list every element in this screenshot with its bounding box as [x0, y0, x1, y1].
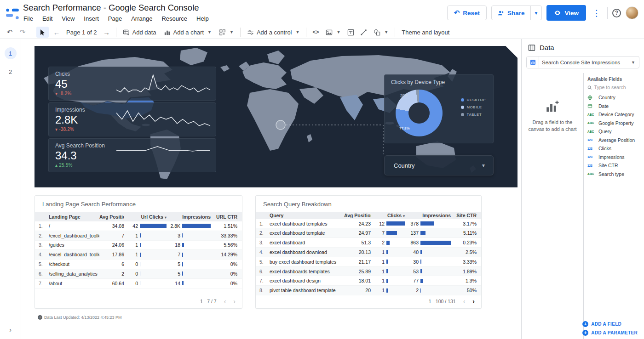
menu-file[interactable]: File	[23, 14, 37, 23]
shape-icon	[374, 29, 380, 36]
pagination-prev-icon[interactable]: ‹	[463, 298, 466, 305]
column-header[interactable]: Impressions	[405, 213, 451, 218]
field-device-category[interactable]: ABCDevice Category	[584, 110, 644, 119]
help-icon[interactable]: ?	[612, 9, 621, 17]
add-control-button[interactable]: Add a control ▼	[245, 29, 302, 36]
add-field-button[interactable]: + ADD A FIELD	[582, 321, 638, 327]
data-source-selector[interactable]: Search Console Site Impressions ▼	[526, 56, 639, 68]
theme-layout-button[interactable]: Theme and layout	[399, 29, 452, 36]
cell: buy excel dashboard templates	[270, 259, 344, 265]
map-section[interactable]: Clicks 45 ▾ -8.2% Impressions 2.8K ▾ -38…	[34, 46, 518, 187]
view-button[interactable]: View	[546, 5, 586, 21]
bar-cell: 3	[167, 233, 211, 238]
cell: 25.89	[344, 269, 371, 274]
redo-icon[interactable]: ↷	[17, 27, 28, 37]
cell: /excel_dashboard_toolkit_2...	[49, 233, 99, 238]
pagination-next-icon[interactable]: ›	[233, 298, 236, 305]
user-avatar[interactable]	[626, 6, 638, 19]
text-tool-icon[interactable]	[345, 27, 356, 37]
value-bar	[386, 241, 390, 245]
report-title[interactable]: Search Performance - Google Search Conso…	[23, 3, 213, 13]
field-google-property[interactable]: ABCGoogle Property	[584, 119, 644, 128]
field-name: Average Position	[598, 137, 635, 143]
menu-resource[interactable]: Resource	[157, 14, 191, 23]
add-data-button[interactable]: Add data	[121, 29, 159, 36]
donut-title: Clicks by Device Type	[385, 75, 493, 85]
prev-page-icon[interactable]: ←	[52, 27, 62, 37]
table-row: 6./selling_data_analytics2050%	[35, 269, 242, 279]
cell: 51.3	[344, 240, 371, 245]
menu-edit[interactable]: Edit	[38, 14, 57, 23]
legend-item: DESKTOP	[461, 98, 486, 102]
field-search-input[interactable]	[594, 85, 640, 90]
search-query-table[interactable]: Search Query Breakdown QueryAvg Position…	[255, 195, 482, 309]
bar-cell: 1	[371, 278, 405, 283]
page-thumb-2[interactable]: 2	[5, 66, 17, 78]
field-site-ctr[interactable]: 123Site CTR	[584, 161, 644, 170]
add-parameter-button[interactable]: + ADD A PARAMETER	[582, 330, 638, 336]
undo-icon[interactable]: ↶	[5, 27, 15, 37]
pagination-prev-icon[interactable]: ‹	[224, 298, 226, 305]
line-tool-icon[interactable]	[358, 27, 368, 37]
menu-help[interactable]: Help	[192, 14, 213, 23]
share-button[interactable]: Share	[492, 6, 530, 20]
menu-page[interactable]: Page	[104, 14, 126, 23]
device-donut-card[interactable]: Clicks by Device Type 20% 77.8% DESKTOPM…	[384, 74, 494, 143]
add-person-icon	[497, 10, 504, 17]
cell: 0%	[211, 261, 237, 267]
embed-icon[interactable]: <>	[310, 27, 321, 37]
page-thumb-1[interactable]: 1	[5, 47, 17, 59]
bar-cell: 2	[371, 240, 405, 245]
field-search[interactable]	[584, 85, 644, 93]
column-header[interactable]: Landing Page	[49, 214, 99, 220]
field-clicks[interactable]: 123Clicks	[584, 144, 644, 153]
shape-tool-button[interactable]: ▼	[371, 29, 391, 36]
table-title: Landing Page Search Performance	[35, 196, 242, 212]
field-average-position[interactable]: 123Average Position	[584, 136, 644, 145]
column-header[interactable]: Avg Position	[344, 213, 371, 218]
next-page-icon[interactable]: →	[102, 27, 112, 37]
community-visualizations-button[interactable]: ▼	[217, 29, 236, 36]
share-dropdown-caret[interactable]: ▼	[530, 6, 542, 20]
pagination-next-icon[interactable]: ›	[472, 298, 475, 305]
field-query[interactable]: ABCQuery	[584, 127, 644, 136]
scorecard-impressions[interactable]: Impressions 2.8K ▾ -38.2%	[48, 102, 216, 136]
available-fields-label: Available Fields	[584, 73, 644, 85]
reset-button[interactable]: ↶ Reset	[447, 6, 487, 20]
field-search-type[interactable]: ABCSearch type	[584, 170, 644, 179]
column-header[interactable]: Clicks▾	[371, 213, 405, 218]
column-header[interactable]: Query	[270, 213, 344, 218]
page-indicator: Page 1 of 2	[64, 29, 99, 36]
column-header[interactable]: Url Clicks▾	[124, 214, 167, 220]
field-country[interactable]: Country	[584, 93, 644, 102]
cell: 5.11%	[451, 230, 477, 236]
more-options-icon[interactable]: ⋮	[591, 8, 603, 18]
bar-cell: 42	[124, 223, 167, 229]
column-header[interactable]: Impressions	[167, 214, 211, 220]
cell: excel dashboard template	[270, 230, 344, 236]
plus-icon: +	[582, 321, 588, 327]
menu-arrange[interactable]: Arrange	[127, 14, 156, 23]
field-name: Impressions	[598, 154, 625, 160]
cell: /	[49, 223, 99, 229]
country-filter-control[interactable]: Country ▼	[384, 155, 494, 175]
menu-view[interactable]: View	[58, 14, 79, 23]
add-chart-button[interactable]: Add a chart ▼	[161, 29, 214, 36]
scorecard-clicks[interactable]: Clicks 45 ▾ -8.2%	[48, 67, 216, 101]
column-header[interactable]: Avg Position	[99, 214, 124, 220]
table-pagination: 1 - 7 / 7 ‹ ›	[35, 295, 242, 308]
field-impressions[interactable]: 123Impressions	[584, 153, 644, 162]
column-header[interactable]: Site CTR	[451, 213, 477, 218]
landing-page-table[interactable]: Landing Page Search Performance Landing …	[34, 195, 242, 309]
scorecard-avg-position[interactable]: Avg Search Position 34.3 ▴ 25.5%	[48, 138, 216, 172]
cell: 2	[99, 271, 124, 277]
connector-icon[interactable]	[527, 56, 539, 68]
insert-image-button[interactable]: ▼	[323, 29, 343, 36]
select-cursor-icon[interactable]	[36, 27, 49, 38]
report-canvas[interactable]: Clicks 45 ▾ -8.2% Impressions 2.8K ▾ -38…	[21, 39, 521, 339]
expand-pages-icon[interactable]: ›	[0, 326, 21, 333]
menu-insert[interactable]: Insert	[80, 14, 103, 23]
field-date[interactable]: Date	[584, 102, 644, 111]
bar-cell: 1	[124, 252, 167, 257]
column-header[interactable]: URL CTR	[211, 214, 237, 220]
